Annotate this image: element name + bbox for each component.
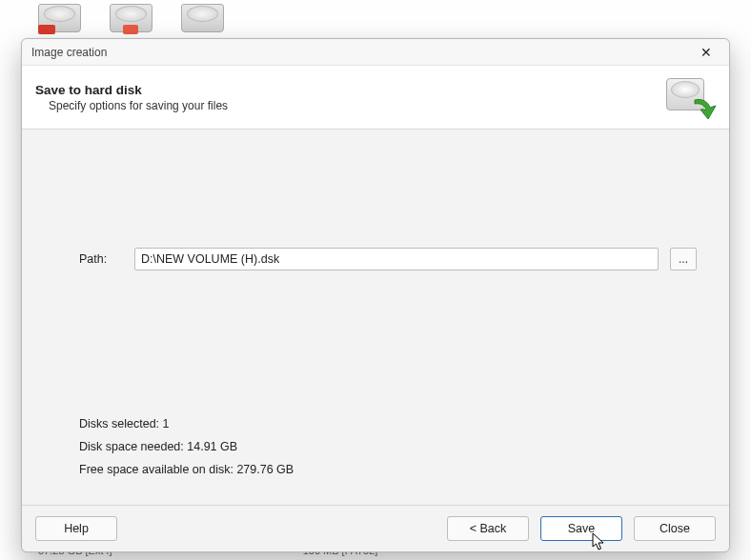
disks-selected-row: Disks selected: 1 (79, 417, 294, 430)
window-close-button[interactable]: ✕ (687, 41, 725, 64)
free-space-value: 279.76 GB (236, 463, 294, 476)
hard-disk-save-icon (662, 75, 716, 119)
disk-icon (110, 4, 152, 32)
path-input[interactable] (134, 248, 659, 270)
info-block: Disks selected: 1 Disk space needed: 14.… (79, 408, 294, 486)
disk-icon (181, 4, 224, 32)
space-needed-row: Disk space needed: 14.91 GB (79, 440, 294, 453)
disks-selected-label: Disks selected: (79, 417, 159, 430)
disk-icon (38, 4, 81, 32)
dialog-content: Path: ... Disks selected: 1 Disk space n… (22, 130, 729, 506)
header-subtitle: Specify options for saving your files (49, 99, 662, 112)
disks-selected-value: 1 (163, 417, 170, 430)
path-label: Path: (79, 252, 123, 266)
titlebar: Image creation ✕ (22, 39, 729, 66)
window-title: Image creation (31, 46, 107, 59)
save-button[interactable]: Save (540, 516, 622, 541)
dialog-header: Save to hard disk Specify options for sa… (22, 66, 729, 130)
free-space-row: Free space available on disk: 279.76 GB (79, 463, 294, 476)
help-button[interactable]: Help (35, 516, 117, 541)
space-needed-label: Disk space needed: (79, 440, 184, 453)
path-row: Path: ... (79, 248, 697, 270)
back-button[interactable]: < Back (447, 516, 529, 541)
close-icon: ✕ (700, 46, 712, 59)
close-button[interactable]: Close (634, 516, 716, 541)
browse-button[interactable]: ... (670, 248, 697, 270)
free-space-label: Free space available on disk: (79, 463, 233, 476)
space-needed-value: 14.91 GB (187, 440, 237, 453)
header-title: Save to hard disk (35, 83, 662, 97)
bg-disk-row (38, 4, 224, 32)
image-creation-dialog: Image creation ✕ Save to hard disk Speci… (21, 38, 730, 552)
dialog-footer: Help < Back Save Close (22, 506, 729, 551)
